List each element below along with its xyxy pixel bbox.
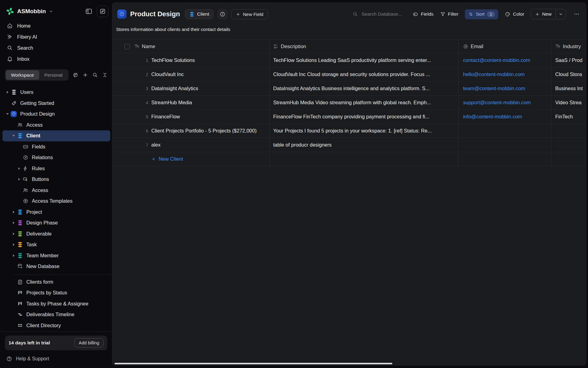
table-row[interactable]: 3DataInsight Analytics DataInsight Analy… [112,82,586,96]
sidebar-item-new-database[interactable]: New Database [2,261,110,272]
color-button[interactable]: Color [505,11,524,17]
sort-button[interactable]: Sort 1 [465,9,498,19]
column-header-description[interactable]: Description [270,40,459,53]
table-row[interactable]: 5FinanceFlow FinanceFlow FinTech company… [112,110,586,124]
sidebar-item-buttons[interactable]: Buttons [2,174,110,185]
nav-item-fibery-ai[interactable]: Fibery AI [0,31,112,42]
view-item-projects-by-status[interactable]: Projects by Status [2,287,110,298]
industry-cell[interactable]: Cloud Stora [552,67,586,81]
caret-right-icon[interactable] [10,221,17,224]
industry-cell[interactable]: FinTech [552,110,586,124]
sidebar-item-deliverable[interactable]: Deliverable [2,228,110,240]
new-client-button[interactable]: New Client [151,156,183,162]
view-item-tasks-by-phase[interactable]: Tasks by Phase & Assignee [2,298,110,309]
search-database-input[interactable] [361,11,406,17]
column-header-industry[interactable]: Industry [552,40,586,53]
industry-cell[interactable] [552,138,586,152]
sidebar-item-design-phase[interactable]: Design Phase [2,217,110,228]
new-dropdown-button[interactable] [556,9,566,19]
description-cell[interactable]: table of producr designers [270,138,459,152]
email-cell[interactable]: support@content-mobbin.com [459,96,552,109]
sidebar-item-users[interactable]: Users [2,87,110,98]
caret-right-icon[interactable] [16,178,22,181]
caret-down-icon[interactable] [4,112,10,116]
sidebar-item-access-2[interactable]: Access [2,185,110,196]
more-options-button[interactable] [572,10,581,18]
email-link[interactable]: info@content-mobbin.com [463,114,522,120]
name-cell[interactable]: 5FinanceFlow [112,110,270,124]
name-cell[interactable]: 3DataInsight Analytics [112,82,270,95]
description-cell[interactable]: Your Projects I found 5 projects in your… [270,124,459,138]
sidebar-item-getting-started[interactable]: Getting Started [2,98,110,109]
view-item-client-directory[interactable]: Client Directory [2,320,110,331]
collapse-all-icon[interactable] [101,71,109,79]
nav-item-search[interactable]: Search [0,42,112,53]
caret-right-icon[interactable] [4,90,10,94]
email-link[interactable]: contact@content-mobbin.com [463,57,530,63]
plus-icon[interactable] [81,71,89,79]
compose-button[interactable] [97,6,108,17]
select-all-checkbox[interactable] [124,44,130,49]
name-cell[interactable]: 1TechFlow Solutions [112,53,270,67]
industry-cell[interactable] [552,124,586,138]
tab-workspace[interactable]: Workspace [6,70,39,80]
info-button[interactable] [217,9,228,19]
email-cell[interactable] [459,124,552,138]
table-row[interactable]: 1TechFlow Solutions TechFlow Solutions L… [112,53,586,67]
sidebar-item-product-design[interactable]: Product Design [2,109,110,120]
table-row[interactable]: 2CloudVault Inc CloudVault Inc Cloud sto… [112,67,586,82]
workspace-name[interactable]: ASMobbin [17,8,46,15]
email-cell[interactable]: team@content-mobbin.com [459,82,552,95]
nav-item-home[interactable]: Home [0,20,112,31]
name-cell[interactable]: 7alex [112,138,270,152]
sidebar-item-fields[interactable]: Fields [2,141,110,152]
description-cell[interactable]: DataInsight Analytics Business intellige… [270,82,459,95]
email-link[interactable]: support@content-mobbin.com [463,100,531,105]
industry-cell[interactable]: Video Strea [552,96,586,109]
chevron-down-icon[interactable] [49,9,53,13]
new-button[interactable]: New [531,9,556,19]
table-row[interactable]: 6Client Projects Portfolio - 5 Projects … [112,124,586,138]
sidebar-item-task[interactable]: Task [2,239,110,250]
caret-right-icon[interactable] [16,167,22,170]
tab-personal[interactable]: Personal [39,70,68,80]
sidebar-item-project[interactable]: Project [2,207,110,218]
help-support[interactable]: Help & Support [6,356,112,362]
email-cell[interactable]: contact@content-mobbin.com [459,53,552,67]
sidebar-item-relations[interactable]: Relations [2,152,110,163]
view-item-deliverables-timeline[interactable]: Deliverables Timeline [2,309,110,320]
industry-cell[interactable]: Business Int [552,82,586,95]
email-cell[interactable]: info@content-mobbin.com [459,110,552,124]
description-cell[interactable]: FinanceFlow FinTech company providing pa… [270,110,459,124]
caret-right-icon[interactable] [10,243,17,246]
sidebar-item-rules[interactable]: Rules [2,163,110,174]
new-field-button[interactable]: New Field [231,9,268,19]
caret-right-icon[interactable] [10,210,17,214]
name-cell[interactable]: 4StreamHub Media [112,96,270,109]
description-cell[interactable]: CloudVault Inc Cloud storage and securit… [270,67,459,81]
caret-right-icon[interactable] [10,232,17,236]
table-row[interactable]: 4StreamHub Media StreamHub Media Video s… [112,96,586,110]
caret-right-icon[interactable] [10,254,17,257]
horizontal-scrollbar-thumb[interactable] [115,363,392,364]
sidebar-item-client[interactable]: Client [2,130,110,141]
hide-icon[interactable] [72,71,79,79]
sidebar-toggle-button[interactable] [84,6,94,16]
email-link[interactable]: team@content-mobbin.com [463,86,525,91]
fields-button[interactable]: Fields [413,11,433,17]
name-cell[interactable]: 2CloudVault Inc [112,67,270,81]
database-search[interactable] [352,11,406,17]
description-cell[interactable]: StreamHub Media Video streaming platform… [270,96,459,109]
sidebar-item-access-templates[interactable]: Access Templates [2,196,110,207]
add-billing-button[interactable]: Add billing [74,338,104,347]
email-cell[interactable]: hello@content-mobbin.com [459,67,552,81]
nav-item-inbox[interactable]: Inbox [0,53,112,64]
email-link[interactable]: hello@content-mobbin.com [463,71,525,77]
new-client-cell[interactable]: New Client [112,152,270,166]
view-item-clients-form[interactable]: Clients form [2,277,110,288]
email-cell[interactable] [459,138,552,152]
sidebar-item-team-member[interactable]: Team Member [2,250,110,261]
filter-button[interactable]: Filter [440,11,458,17]
name-cell[interactable]: 6Client Projects Portfolio - 5 Projects … [112,124,270,138]
database-chip[interactable]: Client [185,9,214,19]
